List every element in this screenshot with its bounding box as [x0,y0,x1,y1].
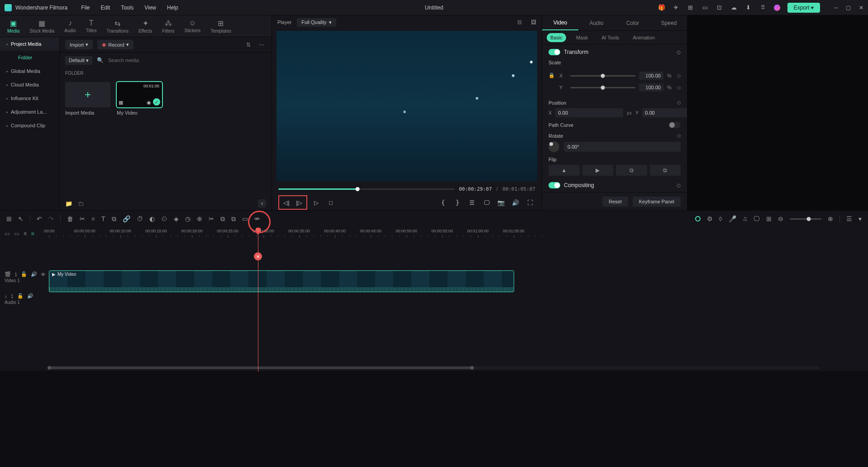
tab-filters[interactable]: ⁂Filters [160,18,176,34]
marker-icon[interactable]: ◊ [719,215,722,222]
tab-templates[interactable]: ⊞Templates [209,18,233,34]
group1-icon[interactable]: ⧉ [220,215,225,223]
search-input[interactable] [108,58,266,63]
sidebar-item-compound-clip[interactable]: ▸Compound Clip [0,119,59,132]
maximize-button[interactable]: ▢ [846,5,851,11]
mute-track-icon[interactable]: 🔊 [31,271,37,277]
flip-vertical-button[interactable]: ▶ [582,165,614,176]
split-icon[interactable]: ✂ [80,215,85,222]
reset-button[interactable]: Reset [602,197,628,207]
play-button[interactable]: ▷ [311,197,322,208]
position-x-input[interactable] [555,108,623,117]
seek-knob[interactable] [356,187,360,191]
text-icon[interactable]: T [101,215,105,222]
media-item-my-video[interactable]: 00:01:05 ▦ ◉ ✓ My Video [117,82,162,116]
record-indicator-icon[interactable] [695,216,701,221]
track-view4-icon[interactable]: ⌗ [31,231,34,237]
insert-icon[interactable]: ▭ [242,215,248,222]
music-icon[interactable]: ♫ [743,215,748,222]
display2-icon[interactable]: 🖵 [754,215,760,222]
keyframe-icon[interactable]: ◇ [677,100,681,106]
tab-stock-media[interactable]: ▦Stock Media [28,18,56,34]
import-media-tile[interactable]: + Import Media [65,82,110,116]
flip-mirror-button[interactable]: ⧉ [650,165,681,176]
menu-file[interactable]: File [81,5,90,11]
snap-icon[interactable]: ⊞ [6,215,12,222]
tab-video[interactable]: Video [542,16,578,30]
tab-audio[interactable]: ♪Audio [62,18,78,34]
fullscreen-icon[interactable]: ⛶ [525,197,535,208]
timeline-ruler[interactable]: ✕ :00:0000:00:05:0000:00:10:0000:00:15:0… [49,227,868,241]
lock-track-icon[interactable]: 🔓 [17,293,24,299]
avatar-icon[interactable] [774,5,780,11]
folder-icon[interactable]: 📁 [65,200,72,207]
volume-icon[interactable]: 🔊 [510,197,521,208]
image-view-icon[interactable]: 🖼 [531,19,536,25]
zoom-out-icon[interactable]: ⊖ [778,215,783,222]
track-options-icon[interactable]: ▾ [858,215,862,222]
more-icon[interactable]: ⋯ [257,40,266,50]
record-button[interactable]: ◉Record▾ [97,40,133,49]
tab-effects[interactable]: ✦Effects [137,18,154,34]
ai-speed-icon[interactable]: ⏲ [161,215,167,222]
mute-track-icon[interactable]: 🔊 [27,293,33,299]
compositing-toggle[interactable] [548,182,560,188]
rotate-knob[interactable] [548,141,559,152]
zoom-slider[interactable] [790,218,821,220]
subtab-ai-tools[interactable]: AI Tools [598,33,623,42]
cloud-icon[interactable]: ☁ [730,4,738,11]
snapshot-icon[interactable]: 📷 [496,197,506,208]
menu-view[interactable]: View [144,5,156,11]
expand-icon[interactable]: ⊕ [197,215,202,222]
scale-x-slider[interactable] [570,75,635,77]
subtab-animation[interactable]: Animation [629,33,658,42]
timeline-scrollbar[interactable] [0,365,868,371]
track-height-icon[interactable]: ☰ [846,215,852,222]
menu-tools[interactable]: Tools [121,5,134,11]
tab-stickers[interactable]: ☺Stickers [183,18,203,34]
tab-media[interactable]: ▣Media [5,18,21,34]
apps-icon[interactable]: ⠿ [759,4,767,11]
tab-color[interactable]: Color [615,16,651,30]
gift-icon[interactable]: 🎁 [658,4,665,11]
playhead-marker[interactable]: ✕ [254,252,262,260]
copy-icon[interactable]: ⧉ [112,215,116,223]
keyframe-icon[interactable]: ◇ [677,73,681,79]
subtab-basic[interactable]: Basic [547,33,566,42]
seek-bar[interactable] [278,188,454,190]
color-icon[interactable]: ◐ [149,215,155,222]
keyframe-icon[interactable]: ◇ [677,85,681,91]
keyframe-icon[interactable]: ◇ [677,49,681,55]
tab-titles[interactable]: TTitles [84,18,99,34]
minimize-button[interactable]: ─ [834,5,838,11]
timeline-tracks-area[interactable]: ▶My Video [49,241,868,365]
crop-icon[interactable]: ⌗ [91,215,95,223]
close-button[interactable]: ✕ [859,5,863,11]
layout2-icon[interactable]: ▭ [701,4,709,11]
layout1-icon[interactable]: ⊞ [687,4,694,11]
menu-help[interactable]: Help [167,5,178,11]
track-view3-icon[interactable]: ≡ [24,231,27,237]
keyframe-tl-icon[interactable]: ◈ [174,215,179,222]
gear-icon[interactable]: ⚙ [707,215,713,222]
track-view1-icon[interactable]: ▭ [5,231,10,237]
lock-track-icon[interactable]: 🔓 [21,271,27,277]
sidebar-item-adjustment-layers[interactable]: ▸Adjustment La... [0,105,59,119]
menu-edit[interactable]: Edit [101,5,110,11]
flip-horizontal-button[interactable]: ▲ [548,165,580,176]
razor-icon[interactable]: ✂ [209,215,214,222]
tab-speed[interactable]: Speed [651,16,687,30]
keyframe-icon[interactable]: ◇ [677,182,681,188]
position-y-input[interactable] [642,108,687,117]
unlink-icon[interactable]: ⚮ [254,215,260,222]
mic-icon[interactable]: 🎤 [729,215,736,222]
playhead[interactable]: ✕ [258,227,258,372]
keyframe-icon[interactable]: ◇ [677,133,681,139]
download-icon[interactable]: ⬇ [745,4,752,11]
preview-viewport[interactable] [277,31,537,181]
sort-icon[interactable]: ⇅ [244,40,253,50]
link-icon[interactable]: 🔗 [123,215,130,222]
lock-icon[interactable]: 🔒 [548,72,555,78]
scale-x-value[interactable]: 100.00 [639,72,663,80]
next-frame-button[interactable]: |▷ [294,197,305,208]
